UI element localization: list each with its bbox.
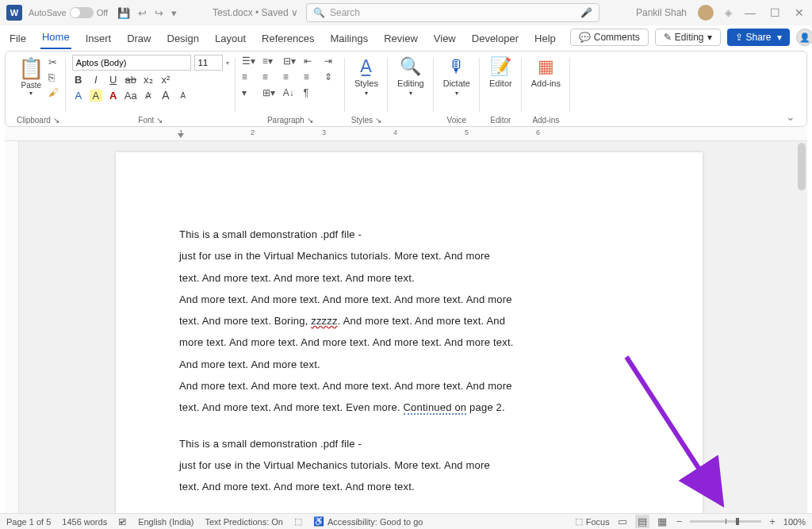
toggle-switch[interactable]: [70, 7, 94, 18]
align-right-button[interactable]: ≡: [283, 71, 297, 83]
highlight-button[interactable]: A: [90, 90, 102, 102]
body-text[interactable]: This is a small demonstration .pdf file …: [179, 224, 639, 245]
accessibility-status[interactable]: ♿ Accessibility: Good to go: [313, 516, 423, 527]
styles-button[interactable]: A̲ Styles ▾: [351, 55, 381, 98]
word-count[interactable]: 1456 words: [62, 517, 107, 527]
undo-icon[interactable]: ↩: [138, 7, 147, 19]
font-color-button[interactable]: A: [107, 90, 120, 102]
shrink-font-button[interactable]: A: [177, 91, 190, 100]
spellcheck-icon[interactable]: 🗹: [118, 517, 127, 527]
zoom-slider-thumb[interactable]: [736, 518, 739, 525]
addins-button[interactable]: ▦ Add-ins: [528, 55, 564, 90]
spelling-error[interactable]: zzzzz: [311, 315, 338, 327]
tab-developer[interactable]: Developer: [470, 29, 520, 49]
body-text[interactable]: text. And more text. Boring, zzzzz. And …: [179, 310, 639, 332]
tab-help[interactable]: Help: [533, 29, 557, 49]
tab-view[interactable]: View: [432, 29, 458, 49]
dialog-launcher-icon[interactable]: ↘: [375, 116, 381, 125]
qat-dropdown-icon[interactable]: ▾: [171, 7, 177, 19]
account-icon[interactable]: 👤: [796, 29, 812, 46]
page-indicator[interactable]: Page 1 of 5: [6, 517, 51, 527]
indent-marker-icon[interactable]: [178, 133, 184, 138]
minimize-button[interactable]: —: [743, 6, 757, 19]
clear-format-button[interactable]: A̷: [142, 90, 155, 101]
share-button[interactable]: ⇪ Share ▾: [727, 29, 790, 46]
autosave-toggle[interactable]: AutoSave Off: [29, 7, 108, 18]
italic-button[interactable]: I: [90, 74, 102, 86]
tab-mailings[interactable]: Mailings: [329, 29, 370, 49]
body-text[interactable]: And more text. And more text. And more t…: [179, 289, 639, 310]
decrease-indent-button[interactable]: ⇤: [304, 55, 318, 67]
tab-file[interactable]: File: [8, 29, 28, 49]
tab-layout[interactable]: Layout: [213, 29, 247, 49]
redo-icon[interactable]: ↪: [155, 7, 163, 19]
paste-button[interactable]: 📋 Paste ▾: [17, 55, 45, 98]
superscript-button[interactable]: x²: [159, 74, 172, 86]
body-text[interactable]: This is a small demonstration .pdf file …: [179, 433, 639, 454]
copy-icon[interactable]: ⎘: [48, 71, 59, 83]
body-text[interactable]: text. And more text. And more text. And …: [179, 267, 639, 289]
justify-button[interactable]: ≡: [304, 71, 318, 83]
zoom-in-button[interactable]: +: [768, 516, 777, 527]
tab-insert[interactable]: Insert: [84, 29, 113, 49]
borders-button[interactable]: ⊞▾: [262, 86, 277, 99]
cut-icon[interactable]: ✂: [48, 56, 59, 68]
document-page[interactable]: This is a small demonstration .pdf file …: [116, 152, 703, 513]
scrollbar-thumb[interactable]: [798, 143, 806, 190]
multilevel-button[interactable]: ⊟▾: [283, 55, 297, 67]
body-text[interactable]: just for use in the Virtual Mechanics tu…: [179, 245, 639, 266]
font-name-select[interactable]: [72, 55, 191, 71]
dialog-launcher-icon[interactable]: ↘: [307, 116, 313, 125]
horizontal-ruler[interactable]: 1 2 3 4 5 6: [5, 127, 807, 141]
body-text[interactable]: more text. And more text. And more text.…: [179, 332, 639, 353]
save-icon[interactable]: 💾: [117, 7, 130, 19]
print-layout-button[interactable]: ▤: [635, 515, 649, 528]
subscript-button[interactable]: x₂: [142, 74, 155, 86]
language-indicator[interactable]: English (India): [138, 517, 193, 527]
body-text[interactable]: And more text. And more text.: [179, 354, 639, 375]
grammar-mark[interactable]: Continued on: [404, 401, 467, 415]
align-center-button[interactable]: ≡: [262, 71, 277, 83]
body-text[interactable]: text. And more text. And more text. And …: [179, 476, 639, 497]
dictate-button[interactable]: 🎙 Dictate ▾: [440, 55, 473, 98]
bullets-button[interactable]: ☰▾: [242, 55, 256, 67]
user-name[interactable]: Pankil Shah: [636, 7, 687, 18]
dialog-launcher-icon[interactable]: ↘: [156, 116, 163, 125]
focus-button[interactable]: ⬚ Focus: [575, 516, 610, 527]
tab-draw[interactable]: Draw: [125, 29, 152, 49]
format-painter-icon[interactable]: 🖌: [48, 86, 59, 98]
body-text[interactable]: And more text. And more text. And more t…: [179, 375, 639, 397]
bold-button[interactable]: B: [72, 74, 85, 86]
change-case-button[interactable]: Aa: [124, 90, 137, 102]
shading-button[interactable]: ▾: [242, 86, 256, 99]
show-marks-button[interactable]: ¶: [304, 86, 318, 99]
increase-indent-button[interactable]: ⇥: [324, 55, 339, 67]
line-spacing-button[interactable]: ⇕: [324, 71, 339, 83]
body-text[interactable]: just for use in the Virtual Mechanics tu…: [179, 454, 639, 476]
user-avatar-icon[interactable]: [698, 5, 714, 21]
close-button[interactable]: ✕: [793, 6, 806, 19]
body-text[interactable]: text. And more text. And more text. Even…: [179, 397, 639, 418]
zoom-slider[interactable]: [690, 520, 761, 523]
comments-button[interactable]: 💬 Comments: [570, 29, 649, 46]
font-size-select[interactable]: [194, 55, 223, 71]
maximize-button[interactable]: ☐: [768, 6, 782, 19]
editor-button[interactable]: 📝 Editor: [486, 55, 515, 90]
editing-mode-button[interactable]: ✎ Editing ▾: [655, 29, 721, 46]
align-left-button[interactable]: ≡: [242, 71, 256, 83]
text-predictions[interactable]: Text Predictions: On: [205, 517, 282, 527]
display-settings-icon[interactable]: ⬚: [294, 516, 302, 527]
underline-button[interactable]: U: [107, 74, 120, 86]
zoom-level[interactable]: 100%: [783, 517, 806, 527]
vertical-scrollbar[interactable]: [796, 141, 807, 513]
zoom-out-button[interactable]: −: [675, 516, 684, 527]
search-box[interactable]: 🔍 Search 🎤: [306, 3, 599, 22]
web-layout-button[interactable]: ▦: [656, 516, 668, 527]
strikethrough-button[interactable]: ab: [124, 74, 137, 86]
numbering-button[interactable]: ≡▾: [262, 55, 277, 67]
tab-references[interactable]: References: [260, 29, 316, 49]
grow-font-button[interactable]: A: [159, 89, 172, 102]
text-effects-button[interactable]: A: [72, 90, 85, 102]
document-title[interactable]: Test.docx • Saved ∨: [213, 7, 298, 18]
read-mode-button[interactable]: ▭: [616, 516, 629, 527]
